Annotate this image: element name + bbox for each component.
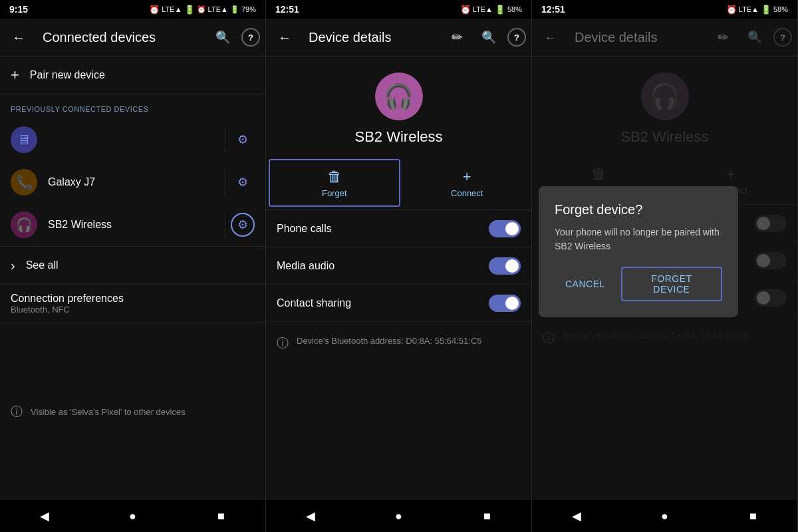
nav-home-2[interactable]: ● xyxy=(383,500,415,532)
status-time-1: 9:15 xyxy=(9,4,28,15)
help-icon-1: ? xyxy=(248,33,253,43)
vert-div-3 xyxy=(225,213,225,237)
status-bar-2: 12:51 ⏰ LTE▲ 🔋 58% xyxy=(266,0,531,19)
page-title-2: Device details xyxy=(303,30,438,45)
bt-address-3: ⓘ Device's Bluetooth address: D0:8A: 55:… xyxy=(532,322,797,354)
device-name-2: SB2 Wireless xyxy=(354,128,442,146)
panel-device-details: 12:51 ⏰ LTE▲ 🔋 58% ← Device details ✏ 🔍 … xyxy=(266,0,532,532)
nav-bar-1: ◀ ● ■ xyxy=(0,500,265,532)
nav-back-icon-1: ◀ xyxy=(40,509,49,523)
search-icon-1: 🔍 xyxy=(215,30,230,45)
toggle-media-audio[interactable]: Media audio xyxy=(266,247,531,285)
dialog-cancel-btn[interactable]: Cancel xyxy=(555,267,616,301)
galaxy-name: Galaxy J7 xyxy=(48,176,222,188)
list-item-monitor[interactable]: 🖥 ⚙ xyxy=(0,118,265,161)
galaxy-actions: ⚙ xyxy=(222,170,255,194)
info-icon-3: ⓘ xyxy=(543,330,555,346)
plus-icon: + xyxy=(11,66,19,84)
see-all-item[interactable]: › See all xyxy=(0,247,265,284)
top-bar-1: ← Connected devices 🔍 ? xyxy=(0,19,265,56)
battery-icon-2: 🔋 xyxy=(495,5,505,15)
battery-pct-1: ⏰ LTE▲ 🔋 79% xyxy=(197,5,256,14)
search-btn-2[interactable]: 🔍 xyxy=(475,24,502,51)
forget-dialog: Forget device? Your phone will no longer… xyxy=(539,186,738,317)
forget-label-2: Forget xyxy=(322,188,347,198)
monitor-gear-btn[interactable]: ⚙ xyxy=(231,128,255,152)
sb2-gear-btn[interactable]: ⚙ xyxy=(231,213,255,237)
search-btn-3: 🔍 xyxy=(741,24,768,51)
monitor-icon: 🖥 xyxy=(11,126,37,153)
galaxy-gear-btn[interactable]: ⚙ xyxy=(231,170,255,194)
back-btn-1[interactable]: ← xyxy=(5,24,32,51)
nav-recent-2[interactable]: ■ xyxy=(471,500,503,532)
contact-sharing-toggle[interactable] xyxy=(489,295,521,312)
device-name-3: SB2 Wireless xyxy=(620,128,708,146)
edit-btn-2[interactable]: ✏ xyxy=(444,24,470,51)
nav-back-1[interactable]: ◀ xyxy=(29,500,61,532)
action-row-2: 🗑 Forget + Connect xyxy=(266,156,531,210)
help-icon-2: ? xyxy=(514,33,519,43)
top-bar-2: ← Device details ✏ 🔍 ? xyxy=(266,19,531,56)
battery-pct-3: 58% xyxy=(773,5,788,13)
monitor-actions: ⚙ xyxy=(222,128,255,152)
media-audio-toggle[interactable] xyxy=(489,257,521,275)
top-bar-3: ← Device details ✏ 🔍 ? xyxy=(532,19,797,56)
media-audio-label: Media audio xyxy=(277,260,489,272)
help-btn-3: ? xyxy=(773,28,792,47)
nav-bar-3: ◀ ● ■ xyxy=(532,500,797,532)
list-item-sb2[interactable]: 🎧 SB2 Wireless ⚙ xyxy=(0,203,265,246)
alarm-icon-3: ⏰ xyxy=(726,5,737,15)
bt-addr-text-3: Device's Bluetooth address: D0:8A: 55:64… xyxy=(563,330,748,342)
sb2-actions: ⚙ xyxy=(222,213,255,237)
pair-new-item[interactable]: + Pair new device xyxy=(0,57,265,94)
battery-icon-3: 🔋 xyxy=(761,5,771,15)
forget-btn-2[interactable]: 🗑 Forget xyxy=(269,159,400,207)
footer-info-1: ⓘ Visible as 'Selva's Pixel' to other de… xyxy=(0,396,265,428)
nav-home-icon-1: ● xyxy=(129,509,136,523)
device-avatar-3: 🎧 xyxy=(641,72,689,120)
dialog-confirm-btn[interactable]: Forget device xyxy=(621,267,722,301)
toggle-contact-sharing[interactable]: Contact sharing xyxy=(266,285,531,322)
nav-recent-1[interactable]: ■ xyxy=(205,500,237,532)
phone-calls-label: Phone calls xyxy=(277,223,489,235)
device-avatar-2: 🎧 xyxy=(375,72,423,120)
nav-recent-icon-1: ■ xyxy=(217,509,225,523)
bt-address-2: ⓘ Device's Bluetooth address: D0:8A: 55:… xyxy=(266,327,531,359)
vert-div-2 xyxy=(225,170,225,194)
connect-btn-2[interactable]: + Connect xyxy=(403,156,532,209)
contact-sharing-label: Contact sharing xyxy=(277,297,489,309)
help-btn-2[interactable]: ? xyxy=(507,28,526,47)
alarm-icon-2: ⏰ xyxy=(460,5,471,15)
edit-icon-3: ✏ xyxy=(718,29,729,45)
forget-dialog-container: Forget device? Your phone will no longer… xyxy=(539,186,797,317)
nav-back-2[interactable]: ◀ xyxy=(295,500,327,532)
dialog-title: Forget device? xyxy=(555,202,722,217)
edit-icon-2: ✏ xyxy=(452,29,463,45)
section-header: PREVIOUSLY CONNECTED DEVICES xyxy=(0,94,265,118)
connection-pref-item[interactable]: Connection preferences Bluetooth, NFC xyxy=(0,285,265,323)
info-icon-1: ⓘ xyxy=(11,404,23,420)
nav-home-1[interactable]: ● xyxy=(117,500,149,532)
info-icon-2: ⓘ xyxy=(277,335,289,351)
back-btn-3: ← xyxy=(537,24,564,51)
search-btn-1[interactable]: 🔍 xyxy=(209,24,236,51)
nav-back-3[interactable]: ◀ xyxy=(561,500,593,532)
toggle-phone-calls[interactable]: Phone calls xyxy=(266,210,531,247)
edit-btn-3: ✏ xyxy=(710,24,736,51)
trash-icon-2: 🗑 xyxy=(327,168,342,186)
nav-bar-2: ◀ ● ■ xyxy=(266,500,531,532)
plus-icon-2: + xyxy=(463,168,471,186)
nav-recent-3[interactable]: ■ xyxy=(737,500,769,532)
conn-pref-sub: Bluetooth, NFC xyxy=(11,305,70,315)
phone-calls-toggle[interactable] xyxy=(489,220,521,237)
device-header-3: 🎧 SB2 Wireless xyxy=(532,57,797,156)
search-icon-2: 🔍 xyxy=(481,30,496,45)
back-btn-2[interactable]: ← xyxy=(271,24,298,51)
back-icon-3: ← xyxy=(544,30,557,45)
page-title-1: Connected devices xyxy=(37,30,204,45)
nav-home-3[interactable]: ● xyxy=(649,500,681,532)
battery-icon-1: 🔋 xyxy=(184,5,195,15)
dialog-actions: Cancel Forget device xyxy=(555,267,722,301)
list-item-galaxy[interactable]: 📞 Galaxy J7 ⚙ xyxy=(0,161,265,203)
help-btn-1[interactable]: ? xyxy=(241,28,260,47)
